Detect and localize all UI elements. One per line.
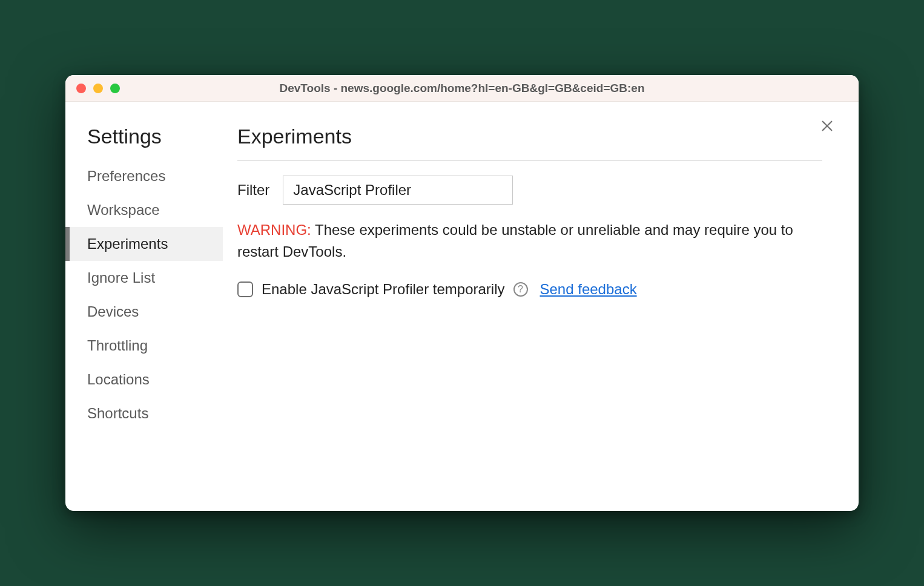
minimize-traffic-light[interactable]	[93, 84, 103, 93]
sidebar-item-label: Shortcuts	[87, 405, 148, 422]
close-icon	[820, 119, 834, 133]
experiment-row: Enable JavaScript Profiler temporarily ?…	[237, 281, 822, 298]
sidebar-item-ignore-list[interactable]: Ignore List	[65, 261, 223, 295]
settings-title: Settings	[65, 125, 223, 159]
close-traffic-light[interactable]	[76, 84, 86, 93]
sidebar-item-shortcuts[interactable]: Shortcuts	[65, 397, 223, 430]
sidebar-item-preferences[interactable]: Preferences	[65, 159, 223, 193]
help-icon[interactable]: ?	[513, 282, 528, 297]
devtools-window: DevTools - news.google.com/home?hl=en-GB…	[65, 75, 859, 511]
traffic-lights	[65, 84, 120, 93]
window-title: DevTools - news.google.com/home?hl=en-GB…	[65, 82, 859, 95]
sidebar-item-locations[interactable]: Locations	[65, 363, 223, 397]
sidebar-item-label: Workspace	[87, 202, 160, 219]
sidebar-item-label: Experiments	[87, 235, 168, 252]
sidebar-item-experiments[interactable]: Experiments	[65, 227, 223, 261]
settings-body: Settings Preferences Workspace Experimen…	[65, 102, 859, 511]
warning-text: WARNING: These experiments could be unst…	[237, 219, 822, 263]
zoom-traffic-light[interactable]	[110, 84, 120, 93]
experiment-checkbox[interactable]	[237, 281, 253, 297]
panel-title: Experiments	[237, 125, 822, 161]
sidebar-item-throttling[interactable]: Throttling	[65, 329, 223, 363]
sidebar-item-label: Ignore List	[87, 269, 155, 286]
titlebar: DevTools - news.google.com/home?hl=en-GB…	[65, 75, 859, 102]
experiments-panel: Experiments Filter WARNING: These experi…	[223, 102, 859, 511]
sidebar-item-label: Preferences	[87, 168, 165, 185]
settings-sidebar: Settings Preferences Workspace Experimen…	[65, 102, 223, 511]
sidebar-item-devices[interactable]: Devices	[65, 295, 223, 329]
filter-row: Filter	[237, 176, 822, 205]
warning-label: WARNING:	[237, 222, 311, 238]
close-settings-button[interactable]	[817, 116, 837, 136]
sidebar-item-label: Devices	[87, 303, 139, 320]
filter-label: Filter	[237, 182, 269, 199]
experiment-label: Enable JavaScript Profiler temporarily	[262, 281, 505, 298]
sidebar-item-workspace[interactable]: Workspace	[65, 193, 223, 227]
sidebar-item-label: Locations	[87, 371, 150, 388]
sidebar-item-label: Throttling	[87, 337, 148, 354]
filter-input[interactable]	[283, 176, 513, 205]
send-feedback-link[interactable]: Send feedback	[540, 281, 637, 298]
warning-body: These experiments could be unstable or u…	[237, 222, 793, 260]
